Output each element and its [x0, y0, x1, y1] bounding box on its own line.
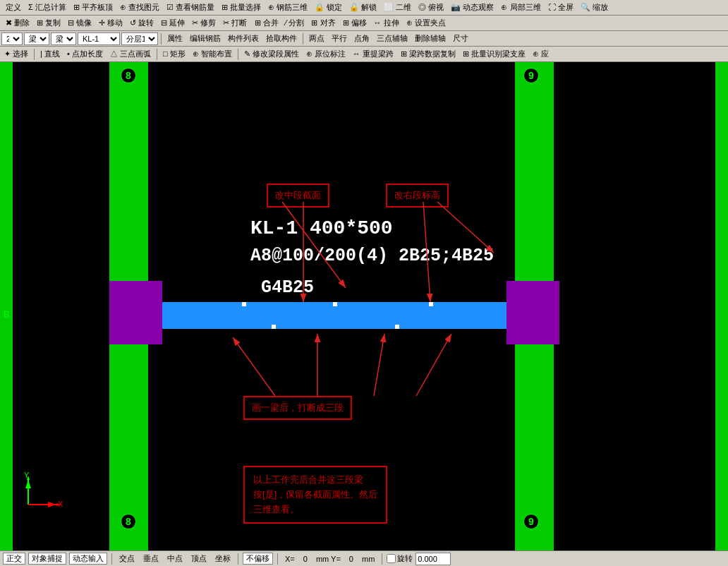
- status-rotate-check[interactable]: 旋转: [387, 553, 413, 564]
- status-x-val: 0: [301, 555, 310, 563]
- menu-point-length[interactable]: • 点加长度: [64, 48, 106, 60]
- menu-three-point-axis[interactable]: 三点辅轴: [374, 32, 411, 44]
- menu-smart-layout[interactable]: ⊕ 智能布置: [190, 48, 235, 60]
- annotation-mid-section: 改中段截面: [267, 183, 329, 207]
- menu-line[interactable]: | 直线: [37, 48, 63, 60]
- blue-beam[interactable]: [148, 302, 522, 329]
- menu-offset[interactable]: ⊞ 偏移: [340, 17, 370, 29]
- grip-6[interactable]: [272, 325, 276, 329]
- menu-fullscreen[interactable]: ⛶ 全屏: [545, 1, 576, 13]
- menubar3: 2 梁 梁 KL-1 分层1 属性 编辑钢筋 构件列表 拾取构件 两点 平行 点…: [0, 31, 728, 47]
- menu-setgrip[interactable]: ⊕ 设置夹点: [404, 17, 449, 29]
- beam-id-select[interactable]: KL-1: [78, 32, 120, 45]
- status-vertex[interactable]: 顶点: [188, 553, 210, 564]
- grid-num-bot-right: 9: [523, 514, 539, 529]
- separator3: [34, 49, 35, 60]
- menu-edit-rebar[interactable]: 编辑钢筋: [187, 32, 224, 44]
- menu-two-point[interactable]: 两点: [306, 32, 327, 44]
- grip-2[interactable]: [242, 302, 246, 306]
- grip-7[interactable]: [395, 325, 399, 329]
- annotation-break-three: 画一梁后，打断成三段: [243, 396, 352, 420]
- menu-size[interactable]: 尺寸: [450, 32, 471, 44]
- green-wall-left: [0, 62, 13, 550]
- menu-extend[interactable]: ⊟ 延伸: [158, 17, 188, 29]
- rotate-value-input[interactable]: [415, 553, 451, 565]
- menubar1: 定义 Σ 汇总计算 ⊞ 平齐板顶 ⊕ 查找图元 ☑ 查看钢筋量 ⊞ 批量选择 ⊕…: [0, 0, 728, 16]
- svg-line-7: [282, 202, 346, 288]
- menu-merge[interactable]: ⊞ 合并: [252, 17, 281, 29]
- menu-select[interactable]: ✦ 选择: [1, 48, 31, 60]
- separator2: [303, 33, 303, 44]
- menu-find[interactable]: ⊕ 查找图元: [117, 1, 162, 13]
- beam-type-select1[interactable]: 梁: [24, 32, 49, 45]
- menu-re-span[interactable]: ↔ 重提梁跨: [350, 48, 396, 60]
- status-snap[interactable]: 对象捕捉: [28, 553, 66, 565]
- menu-more[interactable]: ⊕ 应: [530, 48, 552, 60]
- menu-dynamic[interactable]: 📷 动态观察: [448, 1, 497, 13]
- purple-cap-left: [109, 281, 162, 344]
- beam-label-line2: A8@100/200(4) 2B25;4B25: [250, 246, 494, 266]
- grid-num-bot-left: 8: [121, 514, 136, 529]
- status-no-offset[interactable]: 不偏移: [243, 553, 273, 565]
- menu-lock[interactable]: 🔒 锁定: [312, 1, 345, 13]
- menu-trim[interactable]: ✂ 修剪: [189, 17, 219, 29]
- menu-split[interactable]: ∕ 分割: [283, 17, 308, 29]
- menu-zoom[interactable]: 🔍 缩放: [578, 1, 611, 13]
- separator5: [238, 49, 238, 60]
- menu-define[interactable]: 定义: [3, 1, 24, 13]
- info-box-merge: 以上工作完后合并这三段梁按[是]，保留各截面属性。然后三维查看。: [243, 466, 387, 524]
- status-intersection[interactable]: 交点: [116, 553, 138, 564]
- beam-label-line3: G4B25: [261, 277, 314, 298]
- menu-unlock[interactable]: 🔓 解锁: [346, 1, 380, 13]
- rotate-label: 旋转: [397, 553, 413, 564]
- menu-level[interactable]: ⊞ 平齐板顶: [71, 1, 116, 13]
- purple-cap-right: [506, 281, 559, 344]
- menu-parallel[interactable]: 平行: [329, 32, 350, 44]
- status-sep4: [382, 553, 382, 565]
- canvas-area: KL-1 400*500 A8@100/200(4) 2B25;4B25 G4B…: [0, 62, 728, 550]
- menu-modify-seg-prop[interactable]: ✎ 修改梁段属性: [241, 48, 302, 60]
- grid-num-top-left: 8: [121, 68, 136, 83]
- grip-3[interactable]: [333, 302, 337, 306]
- menu-calc[interactable]: Σ 汇总计算: [25, 1, 69, 13]
- menu-mirror[interactable]: ⊟ 镜像: [65, 17, 95, 29]
- menu-break[interactable]: ✂ 打断: [220, 17, 250, 29]
- menu-pick-component[interactable]: 拾取构件: [263, 32, 300, 44]
- menu-batch-support[interactable]: ⊞ 批量识别梁支座: [460, 48, 528, 60]
- status-ortho[interactable]: 正交: [3, 553, 25, 565]
- menu-span-copy[interactable]: ⊞ 梁跨数据复制: [398, 48, 459, 60]
- menu-orig-label[interactable]: ⊕ 原位标注: [303, 48, 348, 60]
- menu-2d[interactable]: ⬜ 二维: [381, 1, 414, 13]
- layer-select[interactable]: 分层1: [121, 32, 158, 45]
- menu-delete[interactable]: ✖ 删除: [3, 17, 32, 29]
- menu-stretch[interactable]: ↔ 拉伸: [371, 17, 402, 29]
- svg-text:X: X: [58, 500, 63, 508]
- menu-rebar-qty[interactable]: ☑ 查看钢筋量: [164, 1, 217, 13]
- menu-point-angle[interactable]: 点角: [351, 32, 372, 44]
- menu-copy[interactable]: ⊞ 复制: [34, 17, 63, 29]
- status-coord[interactable]: 坐标: [212, 553, 233, 564]
- menu-prop[interactable]: 属性: [164, 32, 186, 44]
- menu-rotate[interactable]: ↺ 旋转: [127, 17, 157, 29]
- status-sep3: [277, 553, 278, 565]
- menu-move[interactable]: ✛ 移动: [96, 17, 126, 29]
- status-midpoint[interactable]: 中点: [164, 553, 186, 564]
- menu-align[interactable]: ⊞ 对齐: [308, 17, 338, 29]
- status-unit: mm: [359, 555, 377, 563]
- beam-type-select2[interactable]: 梁: [51, 32, 76, 45]
- rotate-checkbox[interactable]: [387, 554, 396, 563]
- menu-delete-axis[interactable]: 删除辅轴: [412, 32, 449, 44]
- layer-num-select[interactable]: 2: [1, 32, 23, 45]
- menu-local3d[interactable]: ⊕ 局部三维: [498, 1, 543, 13]
- status-perpendicular[interactable]: 垂点: [140, 553, 162, 564]
- menu-3d-rebar[interactable]: ⊕ 钢筋三维: [265, 1, 310, 13]
- info-box-text: 以上工作完后合并这三段梁按[是]，保留各截面属性。然后三维查看。: [253, 474, 377, 514]
- grip-4[interactable]: [429, 302, 433, 306]
- menu-batch-select[interactable]: ⊞ 批量选择: [219, 1, 264, 13]
- menu-three-arc[interactable]: △ 三点画弧: [107, 48, 154, 60]
- menu-component-list[interactable]: 构件列表: [225, 32, 262, 44]
- menu-rect[interactable]: □ 矩形: [160, 48, 188, 60]
- svg-line-6: [416, 334, 451, 396]
- status-dynamic-input[interactable]: 动态输入: [69, 553, 107, 565]
- menu-topview[interactable]: ◎ 俯视: [415, 1, 447, 13]
